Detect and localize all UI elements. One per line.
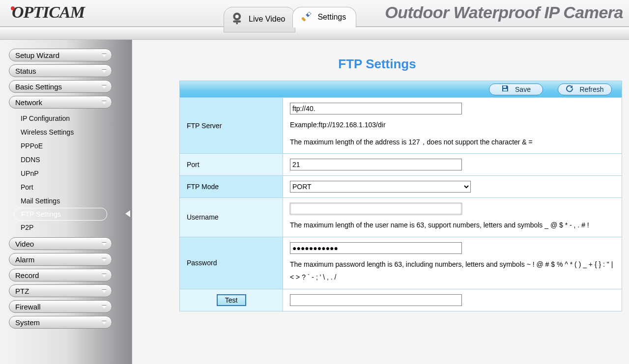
sidebar-group-basic-settings[interactable]: Basic Settings [9, 80, 112, 93]
tab-live-video-label: Live Video [249, 15, 285, 24]
username-label: Username [180, 198, 283, 237]
sidebar-group-firewall[interactable]: Firewall [9, 300, 112, 313]
username-input[interactable] [290, 203, 462, 215]
logo-dot-icon [11, 6, 15, 10]
ftp-server-example: Example:ftp://192.168.1.103/dir [290, 118, 615, 132]
sidebar-group-alarm[interactable]: Alarm [9, 253, 112, 266]
sidebar-group-record[interactable]: Record [9, 269, 112, 281]
password-help: The maximum password length is 63, inclu… [290, 258, 615, 284]
test-button[interactable]: Test [217, 294, 246, 306]
port-label: Port [180, 154, 283, 176]
sidebar-group-video[interactable]: Video [9, 237, 112, 250]
settings-icon [300, 9, 314, 25]
tab-settings[interactable]: Settings [292, 7, 356, 28]
sidebar-item-ftp-settings[interactable]: FTP Settings [14, 208, 107, 221]
svg-rect-6 [503, 86, 506, 88]
save-button[interactable]: Save [489, 84, 543, 95]
sidebar-group-status[interactable]: Status [9, 64, 112, 77]
svg-rect-7 [503, 89, 507, 91]
sidebar-item-upnp[interactable]: UPnP [14, 167, 107, 180]
ftp-server-input[interactable] [290, 103, 462, 114]
sidebar-group-setup-wizard[interactable]: Setup Wizard [9, 49, 112, 61]
sidebar-item-pppoe[interactable]: PPPoE [14, 139, 107, 153]
header-title: Outdoor Waterproof IP Camera [385, 3, 623, 22]
sidebar-group-ptz[interactable]: PTZ [9, 284, 112, 297]
ftp-server-help: The maximum length of the address is 127… [290, 136, 615, 149]
page-title: FTP Settings [132, 40, 622, 81]
svg-rect-2 [233, 20, 241, 22]
top-tabs: Live Video Settings [224, 7, 356, 32]
toolbar: Save Refresh [179, 81, 622, 97]
header: OPTICAM Live Video Settings Outdoor Wate… [0, 0, 629, 27]
save-icon [501, 84, 509, 94]
tab-settings-label: Settings [317, 13, 346, 22]
username-help: The maximum length of the user name is 6… [290, 219, 615, 232]
camera-icon [231, 11, 245, 27]
svg-rect-4 [301, 17, 306, 22]
refresh-icon [566, 84, 573, 94]
sidebar-item-wireless-settings[interactable]: Wireless Settings [14, 125, 107, 139]
ftp-settings-form: FTP Server Example:ftp://192.168.1.103/d… [179, 97, 622, 311]
test-result-output [290, 294, 462, 306]
main-content: FTP Settings Save Refresh FTP Server [132, 40, 629, 364]
password-label: Password [180, 237, 283, 289]
sidebar-group-system[interactable]: System [9, 316, 112, 329]
refresh-button[interactable]: Refresh [558, 84, 612, 95]
ftp-mode-label: FTP Mode [180, 176, 283, 198]
refresh-button-label: Refresh [579, 85, 603, 93]
save-button-label: Save [515, 85, 531, 93]
svg-point-5 [308, 12, 311, 15]
sidebar-item-ip-configuration[interactable]: IP Configuration [14, 112, 107, 125]
tab-live-video[interactable]: Live Video [224, 7, 295, 32]
ftp-server-label: FTP Server [180, 98, 283, 154]
sidebar-item-mail-settings[interactable]: Mail Settings [14, 194, 107, 208]
ftp-mode-select[interactable]: PORT [290, 181, 471, 193]
port-input[interactable] [290, 159, 462, 170]
svg-rect-3 [236, 23, 238, 25]
sidebar: Setup Wizard Status Basic Settings Netwo… [0, 40, 132, 364]
sidebar-item-port[interactable]: Port [14, 180, 107, 194]
sidebar-network-submenu: IP Configuration Wireless Settings PPPoE… [9, 112, 132, 234]
password-input[interactable] [290, 242, 462, 254]
svg-point-1 [235, 15, 239, 18]
sidebar-item-ddns[interactable]: DDNS [14, 153, 107, 167]
sidebar-item-p2p[interactable]: P2P [14, 221, 107, 234]
brand-logo: OPTICAM [10, 3, 85, 22]
sidebar-group-network[interactable]: Network [9, 96, 112, 109]
